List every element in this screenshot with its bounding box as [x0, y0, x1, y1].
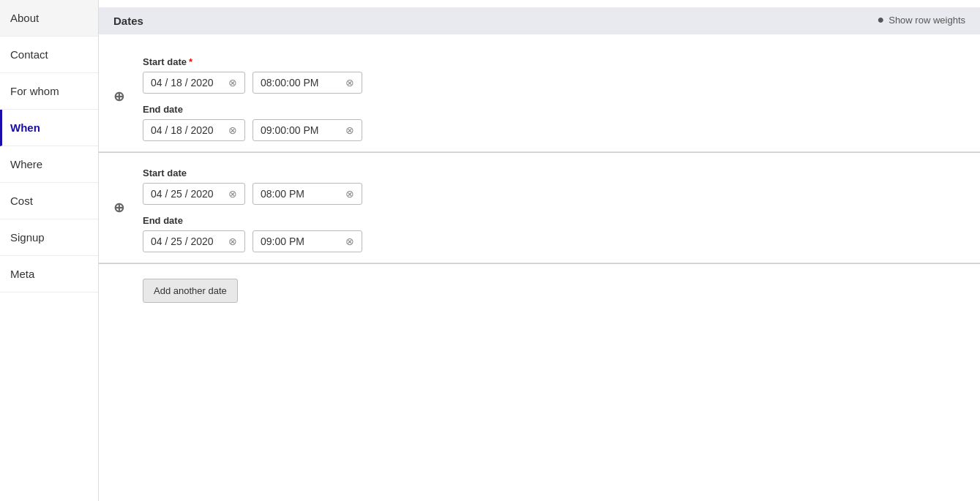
- divider-2: [99, 263, 980, 264]
- sidebar-item-when[interactable]: When: [0, 110, 98, 146]
- date-entry-2: ⊕ Start date 04 / 25 / 2020 ⊗ 08:00 PM ⊗: [99, 153, 980, 263]
- date-entry-1: ⊕ Start date* 04 / 18 / 2020 ⊗ 08:00:00 …: [99, 42, 980, 152]
- start-date-input-2[interactable]: 04 / 25 / 2020 ⊗: [143, 183, 245, 205]
- sidebar-item-where[interactable]: Where: [0, 146, 98, 183]
- end-date-row-1: 04 / 18 / 2020 ⊗ 09:00:00 PM ⊗: [143, 119, 965, 141]
- end-date-row-2: 04 / 25 / 2020 ⊗ 09:00 PM ⊗: [143, 230, 965, 252]
- clear-start-time-1[interactable]: ⊗: [345, 77, 354, 88]
- date-fields-2: Start date 04 / 25 / 2020 ⊗ 08:00 PM ⊗: [143, 160, 965, 255]
- sidebar-item-signup[interactable]: Signup: [0, 219, 98, 256]
- start-date-label-1: Start date*: [143, 56, 965, 67]
- clear-start-date-1[interactable]: ⊗: [228, 77, 237, 88]
- sidebar-item-about[interactable]: About: [0, 0, 98, 37]
- drag-handle-2[interactable]: ⊕: [113, 200, 124, 216]
- clear-start-time-2[interactable]: ⊗: [345, 188, 354, 200]
- dates-panel: Dates ⊕ Start date* 04 / 18 / 2020 ⊗: [99, 7, 980, 325]
- start-time-input-2[interactable]: 08:00 PM ⊗: [253, 183, 362, 205]
- dates-content: ⊕ Start date* 04 / 18 / 2020 ⊗ 08:00:00 …: [99, 34, 980, 325]
- date-fields-1: Start date* 04 / 18 / 2020 ⊗ 08:00:00 PM…: [143, 49, 965, 144]
- show-row-weights-button[interactable]: ● Show row weights: [878, 13, 965, 26]
- start-date-row-2: 04 / 25 / 2020 ⊗ 08:00 PM ⊗: [143, 183, 965, 205]
- start-date-input-1[interactable]: 04 / 18 / 2020 ⊗: [143, 72, 245, 94]
- drag-handle-1[interactable]: ⊕: [113, 88, 124, 105]
- start-date-label-2: Start date: [143, 167, 965, 178]
- end-time-input-1[interactable]: 09:00:00 PM ⊗: [253, 119, 362, 141]
- clear-end-time-2[interactable]: ⊗: [345, 236, 354, 247]
- end-date-input-1[interactable]: 04 / 18 / 2020 ⊗: [143, 119, 245, 141]
- add-another-date-button[interactable]: Add another date: [143, 279, 238, 303]
- dates-panel-header: Dates: [99, 7, 980, 34]
- sidebar-item-meta[interactable]: Meta: [0, 256, 98, 293]
- sidebar-item-contact[interactable]: Contact: [0, 37, 98, 73]
- clear-end-date-1[interactable]: ⊗: [228, 124, 237, 136]
- eye-icon: ●: [878, 13, 885, 26]
- start-time-input-1[interactable]: 08:00:00 PM ⊗: [253, 72, 362, 94]
- required-indicator-1: *: [189, 56, 192, 67]
- clear-start-date-2[interactable]: ⊗: [228, 188, 237, 200]
- start-date-row-1: 04 / 18 / 2020 ⊗ 08:00:00 PM ⊗: [143, 72, 965, 94]
- end-date-label-1: End date: [143, 104, 965, 115]
- sidebar-item-cost[interactable]: Cost: [0, 183, 98, 219]
- end-time-input-2[interactable]: 09:00 PM ⊗: [253, 230, 362, 252]
- end-date-input-2[interactable]: 04 / 25 / 2020 ⊗: [143, 230, 245, 252]
- clear-end-date-2[interactable]: ⊗: [228, 236, 237, 247]
- end-date-label-2: End date: [143, 215, 965, 226]
- main-content: ● Show row weights Dates ⊕ Start date* 0…: [99, 0, 980, 501]
- clear-end-time-1[interactable]: ⊗: [345, 124, 354, 136]
- sidebar: About Contact For whom When Where Cost S…: [0, 0, 99, 501]
- sidebar-item-for-whom[interactable]: For whom: [0, 73, 98, 110]
